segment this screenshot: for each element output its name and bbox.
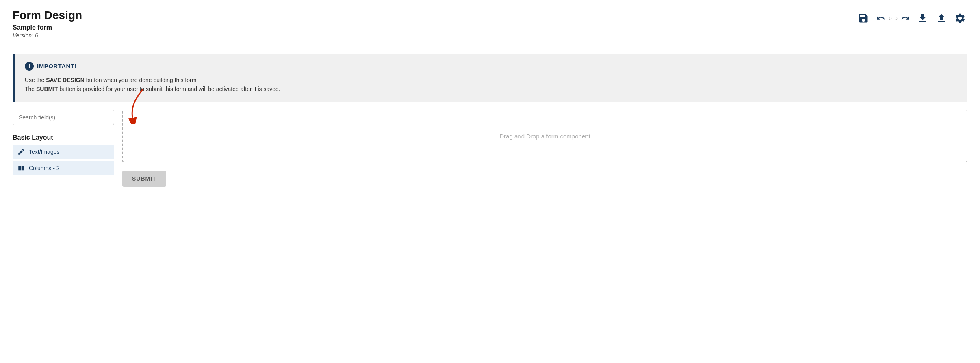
undo-redo-group: 0 0 [875, 12, 911, 24]
search-input[interactable] [13, 110, 114, 125]
page-container: Form Design Sample form Version: 6 0 0 [0, 0, 980, 363]
info-banner: i IMPORTANT! Use the SAVE DESIGN button … [13, 54, 967, 102]
undo-count: 0 [888, 15, 893, 22]
download-icon [917, 13, 928, 24]
submit-button[interactable]: SUBMIT [122, 171, 166, 187]
edit-icon [17, 148, 25, 156]
sidebar: Basic Layout Text/Images Columns - 2 [13, 110, 114, 177]
undo-icon [876, 14, 885, 23]
sidebar-item-columns-2[interactable]: Columns - 2 [13, 161, 114, 175]
search-input-container [13, 110, 114, 125]
undo-button[interactable] [875, 12, 887, 24]
sidebar-item-columns-2-label: Columns - 2 [29, 165, 59, 171]
columns-icon [17, 164, 25, 172]
drop-zone-text: Drag and Drop a form component [499, 133, 590, 140]
form-name: Sample form [13, 24, 82, 31]
sidebar-item-text-images-label: Text/Images [29, 149, 59, 155]
save-icon [858, 13, 869, 24]
upload-icon [936, 13, 947, 24]
info-icon: i [25, 62, 34, 71]
settings-button[interactable] [953, 11, 967, 26]
header-actions: 0 0 [856, 9, 967, 26]
upload-button[interactable] [934, 11, 949, 26]
header: Form Design Sample form Version: 6 0 0 [0, 0, 980, 45]
main-content: Basic Layout Text/Images Columns - 2 [0, 110, 980, 199]
gear-icon [954, 13, 966, 24]
redo-icon [901, 14, 910, 23]
save-button[interactable] [856, 11, 871, 26]
info-line-2: The SUBMIT button is provided for your u… [25, 84, 958, 93]
sidebar-section-title: Basic Layout [13, 130, 114, 145]
sidebar-item-text-images[interactable]: Text/Images [13, 145, 114, 159]
header-left: Form Design Sample form Version: 6 [13, 9, 82, 39]
drop-zone[interactable]: Drag and Drop a form component [122, 110, 967, 162]
info-line-1: Use the SAVE DESIGN button when you are … [25, 76, 958, 84]
info-title-text: IMPORTANT! [37, 63, 77, 69]
redo-count: 0 [893, 15, 898, 22]
page-title: Form Design [13, 9, 82, 22]
download-button[interactable] [915, 11, 930, 26]
redo-button[interactable] [899, 12, 911, 24]
form-version: Version: 6 [13, 32, 82, 39]
info-banner-title: i IMPORTANT! [25, 62, 958, 71]
drop-zone-area: Drag and Drop a form component SUBMIT [122, 110, 967, 187]
